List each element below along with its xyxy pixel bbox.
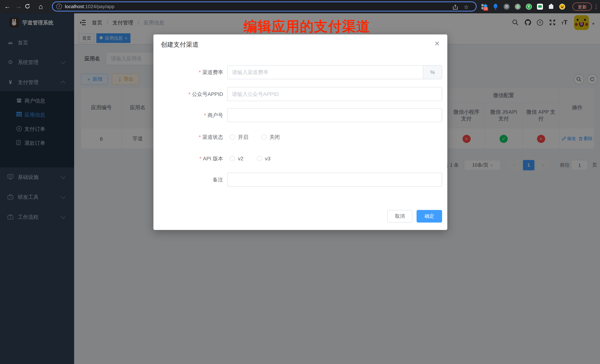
dialog-title: 创建支付渠道 [161, 40, 199, 49]
browser-menu-icon[interactable]: ⋮ [593, 2, 599, 11]
field-label-appid: *公众号APPID [153, 87, 223, 101]
page-viewport: 芋道管理系统 首页 ⚙ 系统管理 ¥ 支付管理 [0, 13, 600, 364]
confirm-button[interactable]: 确定 [417, 210, 442, 223]
radio-api-v3[interactable] [257, 156, 262, 161]
radio-status-closed[interactable] [261, 134, 266, 140]
profile-avatar-icon[interactable] [559, 4, 565, 10]
url-text: localhost:1024/pay/app [65, 4, 114, 9]
field-label-merchant: *商户号 [153, 108, 223, 122]
extension-puzzle-icon[interactable] [548, 4, 554, 10]
extension-icon-5[interactable] [537, 4, 543, 10]
merchant-input[interactable] [227, 108, 442, 122]
rate-input[interactable] [227, 65, 442, 79]
remark-input[interactable] [227, 173, 442, 187]
rate-suffix: % [423, 65, 442, 79]
close-icon[interactable]: ✕ [434, 40, 440, 48]
extension-icon-command[interactable]: ⌘ [504, 4, 510, 10]
field-label-status: *渠道状态 [153, 130, 223, 144]
field-label-remark: 备注 [153, 173, 223, 187]
radio-api-v2[interactable] [230, 156, 235, 161]
extension-icon-2[interactable] [493, 4, 498, 10]
extension-icon-1[interactable]: 10 [481, 4, 487, 10]
forward-icon[interactable]: → [13, 0, 24, 13]
back-icon[interactable]: ← [2, 0, 13, 13]
bookmark-star-icon[interactable]: ☆ [462, 2, 470, 12]
overlay-caption: 编辑应用的支付渠道 [244, 18, 370, 36]
url-bar[interactable]: i localhost:1024/pay/app ☆ [52, 1, 477, 11]
reload-icon[interactable] [24, 3, 35, 10]
radio-label-open[interactable]: 开启 [238, 134, 248, 140]
info-icon[interactable]: i [56, 4, 62, 9]
share-icon[interactable] [451, 2, 459, 12]
browser-chrome: ← → ⌂ i localhost:1024/pay/app ☆ 10 ⌘ [0, 0, 600, 13]
field-label-rate: *渠道费率 [153, 65, 223, 79]
create-pay-channel-dialog: 创建支付渠道 ✕ *渠道费率 % *公众号APPID *商户号 *渠道状态 开启… [153, 35, 447, 230]
radio-label-v2[interactable]: v2 [238, 155, 244, 162]
extension-icon-3[interactable] [515, 4, 521, 10]
radio-status-open[interactable] [230, 134, 235, 140]
appid-input[interactable] [227, 87, 442, 101]
cancel-button[interactable]: 取消 [387, 210, 412, 223]
home-icon[interactable]: ⌂ [36, 0, 46, 13]
extension-badge: 10 [483, 7, 488, 11]
field-label-api-version: *API 版本 [153, 151, 223, 165]
radio-label-v3[interactable]: v3 [265, 155, 271, 162]
browser-update-button[interactable]: 更新 [572, 3, 592, 11]
extension-icon-4[interactable]: Y [526, 4, 532, 10]
radio-label-closed[interactable]: 关闭 [269, 134, 280, 140]
